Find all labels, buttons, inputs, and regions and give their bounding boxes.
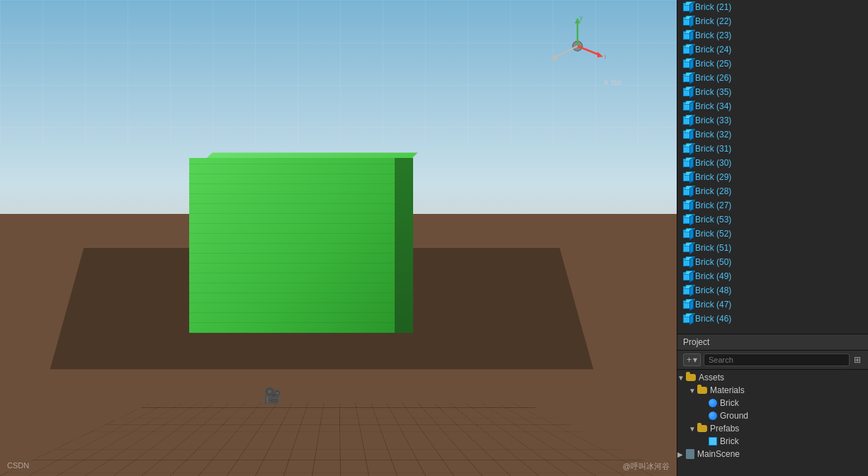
hierarchy-item-label: Brick (27): [695, 200, 731, 210]
tree-item[interactable]: ▼Prefabs: [677, 422, 868, 435]
project-panel: Project + ▾ ⊞ ▼Assets▼MaterialsBrickGrou…: [677, 334, 868, 476]
project-search-input[interactable]: [704, 353, 850, 366]
project-toolbar[interactable]: + ▾ ⊞: [677, 351, 868, 370]
tree-item-label: MainScene: [697, 449, 740, 459]
cube-icon: [683, 88, 692, 96]
tree-item-label: Ground: [720, 411, 748, 421]
hierarchy-item[interactable]: Brick (50): [677, 255, 868, 269]
hierarchy-item[interactable]: Brick (22): [677, 14, 868, 28]
right-panel: Brick (21)Brick (22)Brick (23)Brick (24)…: [677, 0, 868, 476]
hierarchy-item[interactable]: Brick (27): [677, 198, 868, 212]
cube-icon: [683, 60, 692, 68]
project-tree[interactable]: ▼Assets▼MaterialsBrickGround▼PrefabsBric…: [677, 370, 868, 476]
tree-item-label: Brick: [720, 436, 739, 446]
hierarchy-item[interactable]: Brick (35): [677, 85, 868, 99]
hierarchy-item[interactable]: Brick (24): [677, 42, 868, 57]
hierarchy-panel[interactable]: Brick (21)Brick (22)Brick (23)Brick (24)…: [677, 0, 868, 334]
cube-icon: [683, 45, 692, 54]
material-icon: [709, 399, 717, 407]
cube-icon: [683, 159, 692, 167]
project-eye-button[interactable]: ⊞: [852, 353, 862, 366]
hierarchy-item-label: Brick (50): [695, 257, 731, 267]
hierarchy-item-label: Brick (21): [695, 2, 731, 12]
hierarchy-item-label: Brick (22): [695, 16, 731, 26]
cube-icon: [683, 173, 692, 181]
hierarchy-item-label: Brick (24): [695, 45, 731, 55]
cube-icon: [683, 74, 692, 82]
tree-item[interactable]: Brick: [677, 397, 868, 409]
tree-item[interactable]: Ground: [677, 409, 868, 422]
tree-item[interactable]: ▼Materials: [677, 384, 868, 397]
hierarchy-item-label: Brick (33): [695, 115, 731, 125]
scene-gizmo[interactable]: y x: [549, 14, 606, 71]
hierarchy-item-label: Brick (29): [695, 172, 731, 182]
cube-icon: [683, 102, 692, 110]
cube-icon: [683, 286, 692, 295]
brick-front-face: [189, 158, 395, 333]
tree-item-label: Prefabs: [710, 424, 739, 434]
watermark: CSDN @呼叫冰河谷: [0, 461, 677, 472]
project-add-button[interactable]: + ▾: [683, 353, 701, 366]
folder-icon: [697, 387, 707, 394]
folder-icon: [686, 374, 696, 381]
camera-icon: 🎥: [262, 387, 281, 405]
hierarchy-item-label: Brick (35): [695, 87, 731, 97]
brick-object: [189, 143, 412, 334]
watermark-right: @呼叫冰河谷: [623, 461, 670, 472]
scene-file-icon: [686, 449, 694, 459]
hierarchy-item[interactable]: Brick (30): [677, 156, 868, 170]
hierarchy-item[interactable]: Brick (48): [677, 283, 868, 298]
tree-item-label: Brick: [720, 398, 739, 408]
cube-icon: [683, 130, 692, 139]
hierarchy-item[interactable]: Brick (23): [677, 28, 868, 42]
tree-item[interactable]: ▶MainScene: [677, 448, 868, 460]
hierarchy-item-label: Brick (51): [695, 243, 731, 253]
hierarchy-item[interactable]: Brick (29): [677, 170, 868, 184]
svg-point-8: [552, 55, 558, 61]
tree-item-label: Assets: [699, 373, 724, 382]
hierarchy-item[interactable]: Brick (46): [677, 312, 868, 326]
iso-label: ≡ Iso: [604, 78, 621, 86]
hierarchy-item-label: Brick (23): [695, 30, 731, 40]
cube-icon: [683, 116, 692, 125]
hierarchy-item[interactable]: Brick (26): [677, 71, 868, 85]
hierarchy-item[interactable]: Brick (32): [677, 128, 868, 142]
svg-text:x: x: [604, 53, 606, 60]
hierarchy-item[interactable]: Brick (21): [677, 0, 868, 14]
svg-line-7: [556, 46, 577, 57]
hierarchy-item-label: Brick (48): [695, 285, 731, 295]
prefab-icon: [709, 437, 717, 446]
hierarchy-item[interactable]: Brick (49): [677, 269, 868, 283]
tree-item[interactable]: Brick: [677, 435, 868, 448]
iso-icon: ≡: [604, 78, 608, 86]
cube-icon: [683, 272, 692, 280]
hierarchy-item-label: Brick (26): [695, 73, 731, 83]
hierarchy-item[interactable]: Brick (31): [677, 142, 868, 156]
cube-icon: [683, 258, 692, 266]
hierarchy-item-label: Brick (47): [695, 300, 731, 310]
hierarchy-item[interactable]: Brick (52): [677, 227, 868, 241]
cube-icon: [683, 144, 692, 153]
tree-arrow-icon: ▼: [689, 387, 697, 395]
hierarchy-item-label: Brick (28): [695, 186, 731, 196]
hierarchy-item[interactable]: Brick (47): [677, 298, 868, 312]
cube-icon: [683, 187, 692, 196]
hierarchy-item-label: Brick (34): [695, 101, 731, 111]
hierarchy-item[interactable]: Brick (25): [677, 57, 868, 71]
cube-icon: [683, 17, 692, 26]
iso-text: Iso: [611, 78, 621, 86]
hierarchy-item[interactable]: Brick (53): [677, 212, 868, 227]
scene-view[interactable]: y x ≡ Iso 🎥 CSDN @呼叫冰河谷: [0, 0, 677, 476]
hierarchy-item[interactable]: Brick (28): [677, 184, 868, 198]
material-icon: [709, 412, 717, 420]
hierarchy-item-label: Brick (30): [695, 158, 731, 168]
tree-arrow-icon: ▼: [677, 374, 686, 382]
tree-item[interactable]: ▼Assets: [677, 371, 868, 384]
hierarchy-item[interactable]: Brick (51): [677, 241, 868, 255]
hierarchy-item[interactable]: Brick (33): [677, 113, 868, 128]
hierarchy-item[interactable]: Brick (34): [677, 99, 868, 113]
cube-icon: [683, 31, 692, 40]
watermark-left: CSDN: [7, 461, 29, 472]
cube-icon: [683, 244, 692, 252]
brick-side-face: [395, 158, 412, 333]
